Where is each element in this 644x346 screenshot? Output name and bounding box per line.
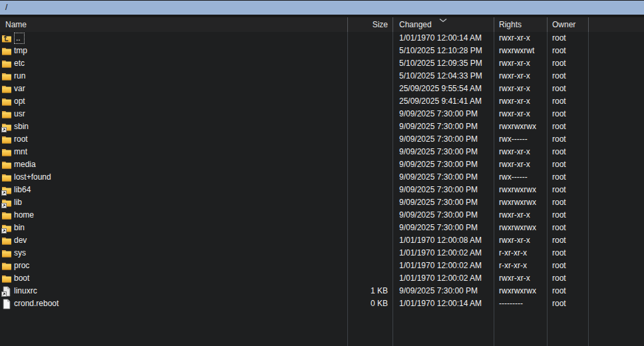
folder-symlink-icon [1,185,12,196]
rights-cell: rwxr-xr-x [494,158,547,171]
folder-icon [1,134,12,145]
file-name: bin [14,222,25,234]
folder-icon [1,59,12,69]
owner-cell: root [547,260,588,272]
size-cell: 1 KB [347,285,393,297]
folder-icon [1,147,12,158]
size-cell [347,32,393,45]
column-divider[interactable] [393,17,393,32]
rights-cell: rwxr-xr-x [494,83,547,95]
size-cell [347,272,393,285]
changed-cell: 9/09/2025 7:30:00 PM [393,158,494,171]
rights-cell: rwxr-xr-x [494,146,547,158]
name-cell: home [0,209,347,222]
owner-cell: root [547,234,588,247]
rights-cell: rwxrwxrwt [494,45,547,57]
column-header-name[interactable]: Name [0,17,347,32]
size-cell [347,95,393,108]
changed-cell: 9/09/2025 7:30:00 PM [393,285,494,297]
file-name: sys [14,247,26,260]
file-name: usr [14,108,25,120]
rights-cell: rwxrwxrwx [494,184,547,196]
folder-symlink-icon [1,223,12,234]
owner-cell: root [547,32,588,45]
size-cell: 0 KB [347,297,393,310]
owner-cell: root [547,158,588,171]
rights-cell: rwxrwxrwx [494,222,547,234]
owner-cell: root [547,120,588,133]
file-name: lib64 [14,184,31,196]
name-cell: var [0,83,347,95]
changed-cell: 9/09/2025 7:30:00 PM [393,133,494,146]
column-header-rights[interactable]: Rights [494,17,547,32]
column-divider[interactable] [547,17,548,32]
file-name: lib [14,196,22,209]
folder-icon [1,109,12,120]
size-cell [347,196,393,209]
name-cell: bin [0,222,347,234]
changed-cell: 1/01/1970 12:00:08 AM [393,234,494,247]
column-divider[interactable] [588,17,589,32]
changed-cell: 1/01/1970 12:00:14 AM [393,297,494,310]
changed-cell: 9/09/2025 7:30:00 PM [393,108,494,120]
column-header-changed[interactable]: Changed [393,17,494,32]
name-cell: proc [0,260,347,272]
owner-cell: root [547,133,588,146]
file-manager-window: / NameSizeChangedRightsOwner ..1/01/1970… [0,0,644,346]
file-name: var [14,83,25,95]
changed-cell: 1/01/1970 12:00:02 AM [393,272,494,285]
changed-cell: 5/10/2025 12:09:35 PM [393,57,494,70]
rights-cell: rwxrwxrwx [494,285,547,297]
column-header-size[interactable]: Size [347,17,393,32]
size-cell [347,158,393,171]
changed-cell: 9/09/2025 7:30:00 PM [393,209,494,222]
file-name: media [14,158,36,171]
folder-icon [1,261,12,271]
size-cell [347,146,393,158]
column-divider[interactable] [347,17,348,32]
changed-cell: 5/10/2025 12:04:33 PM [393,70,494,83]
name-cell: linuxrc [0,285,347,297]
column-divider[interactable] [494,17,494,32]
name-cell: lost+found [0,171,347,184]
owner-cell: root [547,146,588,158]
owner-cell: root [547,108,588,120]
name-cell: lib [0,196,347,209]
folder-icon [1,210,12,221]
owner-cell: root [547,70,588,83]
path-bar[interactable]: / [0,1,644,15]
size-cell [347,222,393,234]
owner-cell: root [547,171,588,184]
file-name: boot [14,272,29,285]
rights-cell: r-xr-xr-x [494,247,547,260]
name-cell: etc [0,57,347,70]
changed-cell: 5/10/2025 12:10:28 PM [393,45,494,57]
changed-cell: 25/09/2025 9:55:54 AM [393,83,494,95]
changed-cell: 9/09/2025 7:30:00 PM [393,196,494,209]
parent-folder-icon [1,33,12,44]
size-cell [347,133,393,146]
column-header-owner[interactable]: Owner [547,17,588,32]
file-name: crond.reboot [14,297,59,310]
rights-cell: rwxr-xr-x [494,32,547,45]
owner-cell: root [547,184,588,196]
rights-cell: rwxrwxrwx [494,120,547,133]
file-name: sbin [14,120,29,133]
changed-cell: 9/09/2025 7:30:00 PM [393,184,494,196]
folder-icon [1,71,12,82]
owner-cell: root [547,45,588,57]
name-cell: .. [0,32,347,45]
size-cell [347,108,393,120]
folder-icon [1,248,12,259]
file-name: lost+found [14,171,51,184]
owner-cell: root [547,222,588,234]
file-name: dev [14,234,27,247]
name-cell: mnt [0,146,347,158]
size-cell [347,209,393,222]
file-icon [1,299,12,309]
rights-cell: rwxrwxrwx [494,196,547,209]
size-cell [347,184,393,196]
owner-cell: root [547,247,588,260]
name-cell: opt [0,95,347,108]
rights-cell: --------- [494,297,547,310]
